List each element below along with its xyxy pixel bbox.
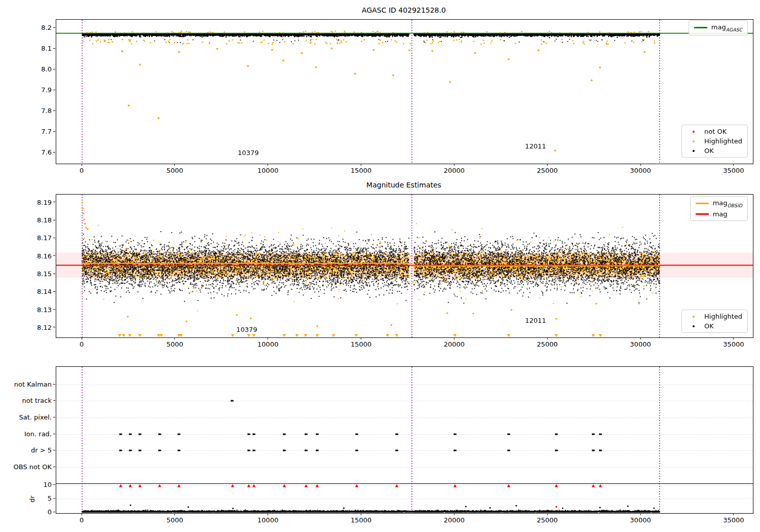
x-tick-mark — [82, 513, 82, 515]
legend-label: OK — [704, 322, 714, 330]
category-label: not Kalman — [14, 381, 52, 388]
y-tick-mark — [53, 152, 55, 153]
obsid-annotation: 10379 — [238, 148, 258, 156]
axes-intensity-plot — [56, 19, 753, 164]
x-tick-mark — [268, 337, 268, 339]
dot-swatch — [693, 325, 695, 327]
legend-item: Highlighted — [687, 313, 742, 320]
x-tick-label: 25000 — [537, 167, 558, 174]
category-label: Sat. pixel. — [19, 413, 52, 421]
legend-label: not OK — [704, 128, 727, 135]
y-tick-mark — [53, 291, 55, 292]
dot-swatch — [693, 150, 695, 152]
legend-label-subscript: OBSID — [728, 203, 742, 208]
legend-dot-swatch — [687, 325, 700, 327]
x-tick-label: 5000 — [166, 340, 183, 348]
y-tick-label: 8.18 — [37, 216, 52, 224]
y-tick-mark — [53, 202, 55, 202]
x-tick-mark — [361, 513, 361, 515]
legend-label: Highlighted — [704, 137, 742, 145]
magnitude-scatter-canvas — [56, 195, 753, 337]
legend-dot-swatch — [687, 140, 700, 142]
obsid-annotation: 12011 — [525, 142, 546, 149]
x-tick-label: 35000 — [723, 167, 744, 174]
x-tick-mark — [454, 337, 454, 339]
legend-item: mag — [696, 210, 742, 218]
y-tick-label: 8.2 — [41, 24, 52, 31]
category-tick-mark — [53, 417, 55, 417]
legend-item: OK — [687, 322, 742, 330]
legend-line-swatch — [696, 213, 709, 215]
y-tick-label: 8.14 — [37, 288, 52, 295]
legend-dot-swatch — [687, 150, 700, 152]
legend-label: magOBSID — [713, 199, 742, 208]
y-tick-label: 8.16 — [37, 252, 52, 259]
legend-item: Highlighted — [687, 137, 742, 145]
x-tick-mark — [174, 337, 175, 339]
x-tick-label: 20000 — [444, 516, 465, 524]
obsid-annotation: 10379 — [236, 325, 257, 333]
dr-tick-mark — [53, 512, 55, 512]
category-label: Ion. rad. — [24, 430, 52, 438]
x-tick-mark — [82, 337, 82, 339]
y-tick-mark — [53, 69, 55, 69]
y-tick-mark — [53, 131, 55, 132]
x-tick-label: 0 — [80, 340, 84, 348]
x-tick-mark — [268, 513, 268, 515]
x-tick-mark — [733, 337, 734, 339]
line-swatch — [696, 213, 709, 215]
category-label: not track — [22, 397, 52, 404]
legend: not OKHighlightedOK — [681, 125, 748, 158]
y-tick-mark — [53, 327, 55, 327]
x-tick-label: 10000 — [257, 340, 278, 348]
obsid-annotation: 12011 — [525, 316, 546, 324]
line-swatch — [694, 27, 707, 28]
category-label: dr > 5 — [31, 446, 52, 454]
intensity-scatter-canvas — [56, 20, 753, 164]
x-tick-mark — [454, 164, 454, 166]
x-tick-mark — [640, 337, 641, 339]
x-tick-mark — [640, 164, 641, 166]
y-tick-mark — [53, 238, 55, 238]
y-tick-label: 8.17 — [37, 234, 52, 242]
dr-tick-mark — [53, 484, 55, 485]
legend-item: magOBSID — [696, 199, 742, 208]
x-tick-label: 30000 — [630, 167, 651, 174]
x-tick-mark — [733, 513, 734, 515]
category-label: OBS not OK — [14, 463, 52, 471]
x-tick-label: 35000 — [723, 516, 744, 524]
legend-line-swatch — [696, 203, 709, 204]
category-tick-mark — [53, 400, 55, 401]
line-swatch — [696, 203, 709, 204]
x-tick-label: 5000 — [166, 167, 183, 174]
y-tick-label: 8.1 — [41, 45, 52, 52]
axes-flags-plot — [56, 366, 753, 514]
legend-line-swatch — [694, 27, 707, 28]
y-tick-label: 7.7 — [41, 128, 52, 135]
dr-tick-label: 5 — [48, 495, 52, 502]
x-tick-label: 20000 — [444, 340, 465, 348]
category-tick-mark — [53, 434, 55, 434]
x-tick-mark — [454, 513, 454, 515]
category-tick-mark — [53, 450, 55, 450]
y-tick-mark — [53, 220, 55, 220]
y-tick-label: 8.12 — [37, 323, 52, 331]
y-tick-label: 7.8 — [41, 107, 52, 115]
legend-label: OK — [704, 147, 714, 155]
plot-title-agasc-id: AGASC ID 402921528.0 — [362, 6, 446, 14]
x-tick-mark — [361, 164, 361, 166]
category-tick-mark — [53, 467, 55, 467]
x-tick-label: 20000 — [444, 167, 465, 174]
legend-label: mag — [713, 210, 728, 218]
dr-tick-label: 10 — [43, 481, 52, 488]
y-tick-label: 8.0 — [41, 65, 52, 73]
y-tick-mark — [53, 110, 55, 111]
legend-label: Highlighted — [704, 313, 742, 320]
x-tick-label: 15000 — [351, 167, 371, 174]
category-tick-mark — [53, 384, 55, 385]
y-tick-mark — [53, 274, 55, 274]
x-tick-mark — [174, 164, 175, 166]
legend-dot-swatch — [687, 316, 700, 318]
figure: AGASC ID 402921528.0 Magnitude Estimates… — [0, 0, 760, 532]
x-tick-label: 15000 — [351, 340, 371, 348]
